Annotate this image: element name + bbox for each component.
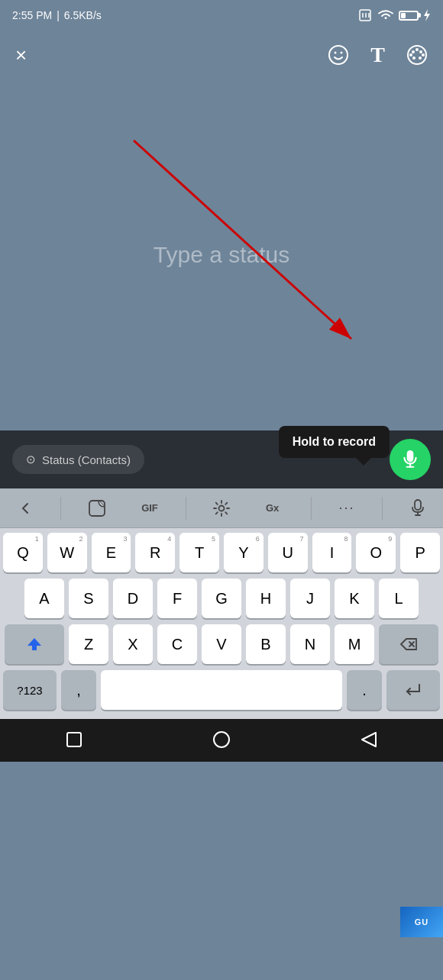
svg-text:G: G — [266, 502, 273, 514]
contacts-icon: ⊙ — [26, 453, 36, 466]
key-v[interactable]: V — [202, 624, 241, 664]
watermark: GU — [400, 907, 443, 937]
num-switch-button[interactable]: ?123 — [3, 670, 57, 710]
status-bar: 2:55 PM | 6.5KB/s — [0, 0, 443, 31]
key-comma[interactable]: , — [61, 670, 96, 710]
key-u[interactable]: 7U — [268, 533, 308, 572]
home-circle-icon — [212, 730, 231, 750]
key-z[interactable]: Z — [69, 624, 108, 664]
gif-button[interactable]: GIF — [134, 498, 166, 518]
key-q[interactable]: 1Q — [3, 533, 43, 572]
keyboard-back-button[interactable] — [10, 496, 40, 521]
key-row-3: Z X C V B N M — [3, 624, 440, 664]
svg-line-16 — [134, 140, 351, 339]
svg-point-13 — [422, 53, 425, 56]
text-button[interactable]: T — [370, 43, 385, 67]
palette-icon — [406, 44, 428, 66]
translate-icon: G x — [265, 500, 283, 517]
recent-apps-button[interactable] — [64, 730, 84, 752]
network-speed: 6.5KB/s — [64, 9, 102, 21]
key-x[interactable]: X — [113, 624, 153, 664]
key-k[interactable]: K — [335, 579, 374, 618]
key-e[interactable]: 3E — [92, 533, 131, 572]
svg-point-9 — [416, 48, 419, 51]
gif-label: GIF — [141, 502, 158, 514]
keyboard-rows: 1Q 2W 3E 4R 5T 6Y 7U 8I 9O P A S D F G H… — [0, 528, 443, 719]
delete-icon — [399, 637, 418, 652]
back-icon — [18, 501, 33, 516]
status-bar-right — [359, 9, 431, 21]
svg-rect-19 — [89, 501, 105, 516]
key-f[interactable]: F — [157, 579, 197, 618]
key-r[interactable]: 4R — [135, 533, 175, 572]
svg-rect-23 — [415, 500, 421, 510]
divider3 — [311, 497, 312, 520]
home-button[interactable] — [212, 730, 231, 752]
svg-point-8 — [412, 50, 415, 53]
svg-point-5 — [335, 52, 337, 54]
key-i[interactable]: 8I — [312, 533, 352, 572]
emoji-button[interactable] — [328, 44, 349, 66]
emoji-icon — [328, 44, 349, 66]
key-y[interactable]: 6Y — [224, 533, 264, 572]
back-triangle-icon — [359, 730, 379, 750]
key-s[interactable]: S — [69, 579, 108, 618]
key-c[interactable]: C — [157, 624, 197, 664]
divider — [60, 497, 61, 520]
gear-icon — [213, 500, 230, 517]
voice-input-button[interactable] — [403, 495, 433, 522]
svg-point-10 — [419, 50, 422, 53]
key-period[interactable]: . — [347, 670, 382, 710]
microphone-icon — [400, 450, 420, 469]
status-placeholder: Type a status — [154, 242, 289, 268]
svg-point-20 — [219, 505, 225, 511]
svg-point-29 — [214, 732, 229, 747]
key-o[interactable]: 9O — [356, 533, 396, 572]
enter-button[interactable] — [386, 670, 440, 710]
svg-point-12 — [419, 56, 422, 60]
shift-icon — [26, 636, 43, 653]
key-w[interactable]: 2W — [47, 533, 87, 572]
key-t[interactable]: 5T — [179, 533, 219, 572]
more-button[interactable]: ··· — [331, 495, 363, 521]
palette-button[interactable] — [406, 44, 428, 66]
back-button[interactable] — [359, 730, 379, 752]
key-l[interactable]: L — [379, 579, 419, 618]
space-bar[interactable] — [101, 670, 342, 710]
toolbar-right: T — [328, 43, 428, 67]
key-g[interactable]: G — [202, 579, 241, 618]
key-row-2: A S D F G H J K L — [3, 579, 440, 618]
square-icon — [64, 730, 84, 750]
top-toolbar: × T — [0, 31, 443, 79]
hold-to-record-tooltip: Hold to record — [279, 426, 390, 458]
svg-point-14 — [409, 53, 412, 56]
canvas-area[interactable]: Type a status — [0, 79, 443, 430]
svg-text:x: x — [273, 502, 280, 514]
key-h[interactable]: H — [246, 579, 286, 618]
key-m[interactable]: M — [335, 624, 374, 664]
close-button[interactable]: × — [15, 44, 27, 67]
translate-button[interactable]: G x — [257, 495, 291, 521]
divider2 — [186, 497, 186, 520]
mic-button[interactable] — [390, 439, 431, 480]
divider4 — [382, 497, 383, 520]
keyboard-toolbar: GIF G x ··· — [0, 488, 443, 528]
status-audience-pill[interactable]: ⊙ Status (Contacts) — [12, 445, 144, 474]
sticker-icon — [88, 499, 106, 517]
key-a[interactable]: A — [24, 579, 64, 618]
shift-button[interactable] — [5, 624, 64, 664]
sticker-button[interactable] — [80, 495, 114, 522]
key-p[interactable]: P — [400, 533, 440, 572]
settings-button[interactable] — [205, 495, 238, 521]
key-b[interactable]: B — [246, 624, 286, 664]
battery-icon — [399, 11, 419, 21]
keyboard-area: GIF G x ··· — [0, 488, 443, 719]
svg-rect-28 — [67, 733, 81, 746]
key-d[interactable]: D — [113, 579, 153, 618]
tooltip-container: Hold to record — [279, 426, 390, 458]
key-j[interactable]: J — [290, 579, 330, 618]
key-n[interactable]: N — [290, 624, 330, 664]
sim-icon — [359, 9, 373, 21]
svg-point-11 — [412, 56, 416, 60]
delete-button[interactable] — [379, 624, 438, 664]
